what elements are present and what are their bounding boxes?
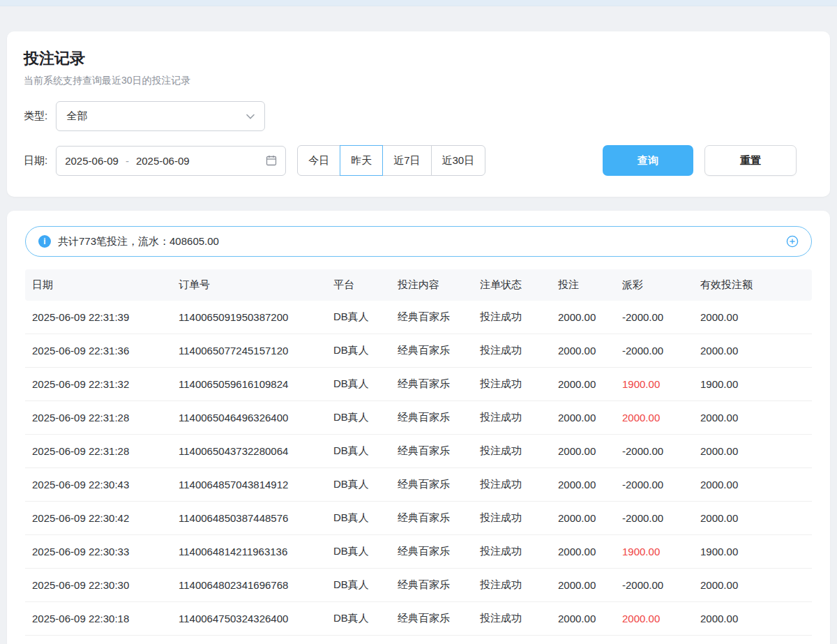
- cell-status: 投注成功: [473, 468, 551, 502]
- cell-order: 1140065046496326400: [172, 401, 326, 435]
- cell-date: 2025-06-09 22:30:42: [25, 502, 172, 535]
- cell-valid: 2000.00: [693, 502, 812, 535]
- cell-status: 投注成功: [473, 401, 551, 435]
- page-title: 投注记录: [24, 48, 813, 69]
- cell-valid: 2000.00: [693, 301, 812, 334]
- cell-valid: 1900.00: [693, 368, 812, 401]
- cell-bet: 2000.00: [551, 368, 615, 401]
- type-select-value: 全部: [66, 110, 87, 123]
- table-row: 2025-06-09 22:31:281140065046496326400DB…: [25, 401, 812, 435]
- date-label: 日期:: [24, 154, 47, 167]
- cell-valid: 2000.00: [693, 468, 812, 502]
- table-header-row: 日期订单号平台投注内容注单状态投注派彩有效投注额: [25, 269, 812, 301]
- column-header: 注单状态: [473, 269, 551, 301]
- type-filter-row: 类型: 全部: [24, 101, 813, 131]
- cell-bet: 2000.00: [551, 535, 615, 569]
- table-body: 2025-06-09 22:31:391140065091950387200DB…: [25, 301, 812, 636]
- cell-bet: 2000.00: [551, 301, 615, 334]
- summary-banner: i 共计773笔投注，流水：408605.00: [25, 226, 812, 257]
- cell-status: 投注成功: [473, 602, 551, 636]
- cell-platform: DB真人: [326, 602, 391, 636]
- cell-payout: 2000.00: [615, 401, 693, 435]
- chevron-down-icon: [246, 114, 255, 119]
- table-row: 2025-06-09 22:30:331140064814211963136DB…: [25, 535, 812, 569]
- summary-text: 共计773笔投注，流水：408605.00: [58, 235, 219, 248]
- cell-status: 投注成功: [473, 502, 551, 535]
- cell-order: 1140064750324326400: [172, 602, 326, 636]
- cell-status: 投注成功: [473, 368, 551, 401]
- date-range-input[interactable]: 2025-06-09 - 2025-06-09: [56, 146, 286, 176]
- cell-bet: 2000.00: [551, 502, 615, 535]
- cell-platform: DB真人: [326, 535, 391, 569]
- date-end-value: 2025-06-09: [136, 155, 190, 167]
- cell-content: 经典百家乐: [391, 368, 473, 401]
- date-separator: -: [126, 155, 129, 167]
- type-label: 类型:: [24, 110, 47, 123]
- cell-date: 2025-06-09 22:31:32: [25, 368, 172, 401]
- plus-circle-icon[interactable]: [786, 235, 799, 248]
- cell-valid: 2000.00: [693, 602, 812, 636]
- cell-payout: -2000.00: [615, 569, 693, 602]
- cell-payout: 1900.00: [615, 368, 693, 401]
- cell-payout: 2000.00: [615, 602, 693, 636]
- query-button[interactable]: 查询: [603, 145, 693, 176]
- cell-status: 投注成功: [473, 301, 551, 334]
- cell-order: 1140065043732280064: [172, 435, 326, 468]
- cell-platform: DB真人: [326, 468, 391, 502]
- cell-valid: 2000.00: [693, 435, 812, 468]
- column-header: 有效投注额: [693, 269, 812, 301]
- top-strip: [0, 0, 837, 6]
- cell-status: 投注成功: [473, 334, 551, 368]
- cell-status: 投注成功: [473, 435, 551, 468]
- type-select[interactable]: 全部: [56, 101, 265, 131]
- quick-date-button[interactable]: 今日: [297, 145, 340, 176]
- cell-payout: -2000.00: [615, 435, 693, 468]
- info-icon: i: [38, 235, 51, 248]
- cell-order: 1140065077245157120: [172, 334, 326, 368]
- column-header: 投注: [551, 269, 615, 301]
- cell-content: 经典百家乐: [391, 502, 473, 535]
- cell-payout: -2000.00: [615, 502, 693, 535]
- cell-date: 2025-06-09 22:31:36: [25, 334, 172, 368]
- cell-date: 2025-06-09 22:31:28: [25, 401, 172, 435]
- records-table: 日期订单号平台投注内容注单状态投注派彩有效投注额 2025-06-09 22:3…: [25, 269, 812, 636]
- cell-platform: DB真人: [326, 502, 391, 535]
- filter-panel: 投注记录 当前系统支持查询最近30日的投注记录 类型: 全部 日期: 2025-…: [7, 31, 830, 197]
- column-header: 订单号: [172, 269, 326, 301]
- cell-platform: DB真人: [326, 401, 391, 435]
- cell-platform: DB真人: [326, 334, 391, 368]
- cell-status: 投注成功: [473, 569, 551, 602]
- table-row: 2025-06-09 22:31:321140065059616109824DB…: [25, 368, 812, 401]
- cell-content: 经典百家乐: [391, 468, 473, 502]
- column-header: 日期: [25, 269, 172, 301]
- cell-date: 2025-06-09 22:30:43: [25, 468, 172, 502]
- cell-payout: 1900.00: [615, 535, 693, 569]
- column-header: 平台: [326, 269, 391, 301]
- table-row: 2025-06-09 22:31:361140065077245157120DB…: [25, 334, 812, 368]
- date-filter-row: 日期: 2025-06-09 - 2025-06-09 今日昨天近7日近30日 …: [24, 145, 813, 176]
- cell-date: 2025-06-09 22:30:18: [25, 602, 172, 636]
- cell-payout: -2000.00: [615, 468, 693, 502]
- table-row: 2025-06-09 22:30:431140064857043814912DB…: [25, 468, 812, 502]
- cell-bet: 2000.00: [551, 468, 615, 502]
- table-row: 2025-06-09 22:30:181140064750324326400DB…: [25, 602, 812, 636]
- cell-valid: 2000.00: [693, 569, 812, 602]
- cell-order: 1140064814211963136: [172, 535, 326, 569]
- quick-date-button[interactable]: 昨天: [340, 145, 383, 176]
- cell-content: 经典百家乐: [391, 334, 473, 368]
- cell-date: 2025-06-09 22:31:39: [25, 301, 172, 334]
- reset-button[interactable]: 重置: [704, 145, 797, 176]
- cell-bet: 2000.00: [551, 602, 615, 636]
- column-header: 派彩: [615, 269, 693, 301]
- cell-content: 经典百家乐: [391, 602, 473, 636]
- cell-platform: DB真人: [326, 569, 391, 602]
- table-row: 2025-06-09 22:31:391140065091950387200DB…: [25, 301, 812, 334]
- cell-order: 1140065059616109824: [172, 368, 326, 401]
- cell-valid: 2000.00: [693, 401, 812, 435]
- table-row: 2025-06-09 22:31:281140065043732280064DB…: [25, 435, 812, 468]
- cell-order: 1140064857043814912: [172, 468, 326, 502]
- cell-bet: 2000.00: [551, 334, 615, 368]
- cell-platform: DB真人: [326, 368, 391, 401]
- quick-date-button[interactable]: 近30日: [431, 145, 486, 176]
- quick-date-button[interactable]: 近7日: [382, 145, 431, 176]
